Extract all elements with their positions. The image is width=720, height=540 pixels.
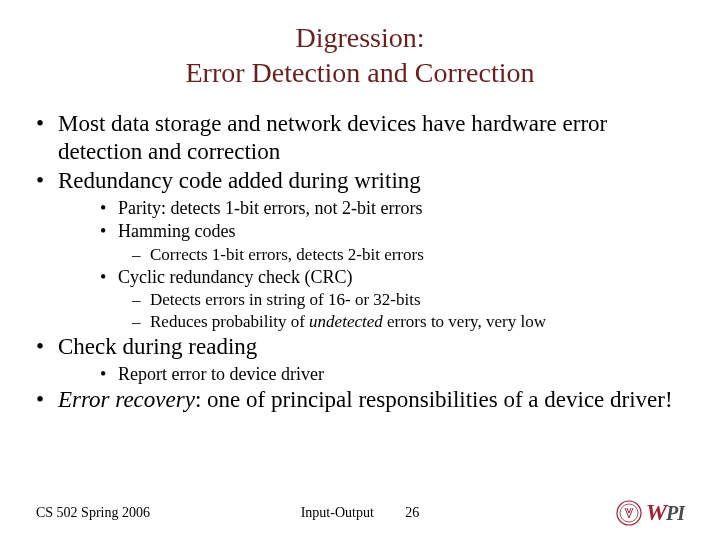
bullet-list-continued: Check during reading bbox=[36, 333, 684, 361]
bullet-3-sub: Report error to device driver bbox=[36, 363, 684, 386]
title-line-1: Digression: bbox=[295, 22, 424, 53]
footer-course: CS 502 Spring 2006 bbox=[36, 505, 150, 521]
bullet-4: Error recovery: one of principal respons… bbox=[36, 386, 684, 414]
footer-page: 26 bbox=[405, 505, 419, 520]
wpi-wordmark: WPI bbox=[646, 499, 684, 526]
bullet-list-final: Error recovery: one of principal respons… bbox=[36, 386, 684, 414]
bullet-2-3-2-b: undetected bbox=[309, 312, 383, 331]
slide-body: Digression: Error Detection and Correcti… bbox=[0, 0, 720, 414]
bullet-2-3-2: Reduces probability of undetected errors… bbox=[132, 311, 684, 333]
footer-logo: WPI bbox=[616, 499, 684, 526]
bullet-1: Most data storage and network devices ha… bbox=[36, 110, 684, 165]
wpi-pi: PI bbox=[666, 502, 684, 525]
bullet-2-2: Hamming codes bbox=[100, 220, 684, 243]
wpi-w: W bbox=[646, 499, 666, 526]
wpi-seal-icon bbox=[616, 500, 642, 526]
bullet-list: Most data storage and network devices ha… bbox=[36, 110, 684, 195]
footer-section: Input-Output bbox=[301, 505, 374, 520]
bullet-2-sub: Parity: detects 1-bit errors, not 2-bit … bbox=[36, 197, 684, 244]
title-line-2: Error Detection and Correction bbox=[185, 57, 534, 88]
bullet-2-sub-continued: Cyclic redundancy check (CRC) bbox=[36, 266, 684, 289]
slide-footer: CS 502 Spring 2006 Input-Output 26 WPI bbox=[0, 499, 720, 526]
bullet-2-3-2-a: Reduces probability of bbox=[150, 312, 309, 331]
bullet-2-3: Cyclic redundancy check (CRC) bbox=[100, 266, 684, 289]
bullet-3-1: Report error to device driver bbox=[100, 363, 684, 386]
slide-title: Digression: Error Detection and Correcti… bbox=[36, 20, 684, 90]
bullet-2: Redundancy code added during writing bbox=[36, 167, 684, 195]
bullet-2-3-1: Detects errors in string of 16- or 32-bi… bbox=[132, 289, 684, 311]
bullet-2-3-sub: Detects errors in string of 16- or 32-bi… bbox=[36, 289, 684, 333]
bullet-3: Check during reading bbox=[36, 333, 684, 361]
bullet-2-3-2-c: errors to very, very low bbox=[383, 312, 546, 331]
bullet-4-b: : one of principal responsibilities of a… bbox=[195, 387, 673, 412]
bullet-2-1: Parity: detects 1-bit errors, not 2-bit … bbox=[100, 197, 684, 220]
bullet-4-a: Error recovery bbox=[58, 387, 195, 412]
bullet-2-2-1: Corrects 1-bit errors, detects 2-bit err… bbox=[132, 244, 684, 266]
bullet-2-2-sub: Corrects 1-bit errors, detects 2-bit err… bbox=[36, 244, 684, 266]
